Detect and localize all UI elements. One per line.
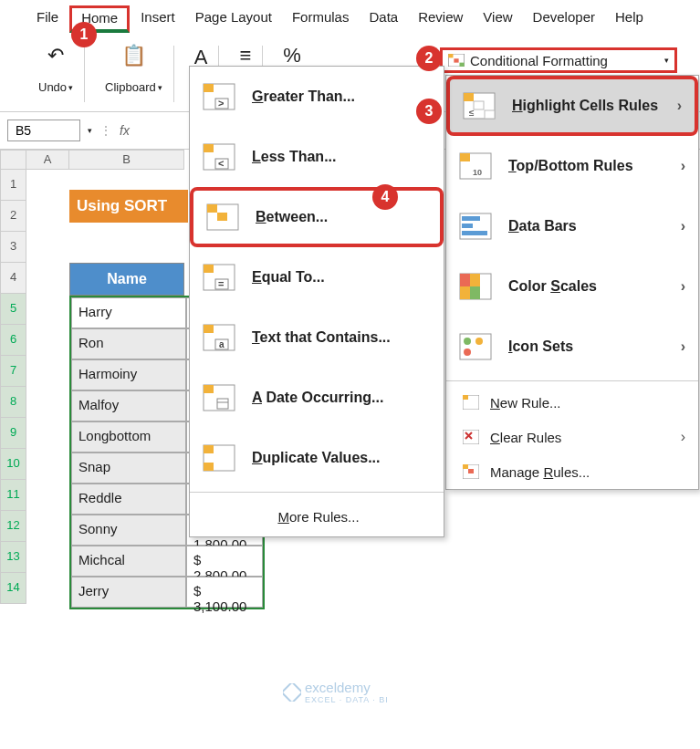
menu-highlight-cells-rules[interactable]: ≤ HHighlight Cells Rulesighlight Cells R…	[446, 76, 698, 136]
cf-button-label: Conditional Formatting	[470, 53, 608, 68]
menu-color-scales[interactable]: Color Scales ›	[446, 256, 698, 317]
menu-new-rule[interactable]: New Rule...	[446, 385, 698, 420]
chevron-down-icon[interactable]: ▾	[88, 126, 92, 135]
menu-data-bars[interactable]: Data Bars ›	[446, 196, 698, 256]
tab-view[interactable]: View	[474, 5, 521, 33]
sheet-title-cell[interactable]: Using SORT	[69, 190, 188, 223]
manage-rules-icon	[463, 464, 479, 479]
cell-value[interactable]: $ 2,800.00	[186, 546, 263, 577]
conditional-formatting-button[interactable]: Conditional Formatting ▾	[440, 47, 677, 73]
svg-rect-20	[470, 286, 480, 299]
cell-name[interactable]: Harry	[71, 297, 186, 328]
svg-rect-10	[460, 153, 470, 161]
cell-name[interactable]: Michcal	[71, 546, 186, 577]
tab-formulas[interactable]: Formulas	[283, 5, 359, 33]
menu-icon-sets[interactable]: Icon Sets ›	[446, 317, 698, 377]
menu-top-bottom-rules[interactable]: 10 Top/Bottom Rules ›	[446, 136, 698, 196]
col-header-a[interactable]: A	[26, 150, 69, 170]
fx-separator: ⋮	[99, 123, 112, 138]
menu-less-than[interactable]: < Less Than...	[190, 127, 444, 187]
row-header[interactable]: 3	[0, 232, 26, 263]
menu-text-contains[interactable]: a Text that Contains...	[190, 307, 444, 368]
cell-name[interactable]: Snap	[71, 453, 186, 484]
svg-point-22	[464, 338, 471, 345]
row-header[interactable]: 4	[0, 263, 26, 294]
row-header[interactable]: 7	[0, 356, 26, 387]
menu-equal-to[interactable]: = Equal To...	[190, 247, 444, 307]
tab-review[interactable]: Review	[409, 5, 472, 33]
svg-text:≤: ≤	[469, 108, 475, 118]
header-name-cell[interactable]: Name	[69, 263, 184, 296]
cell-name[interactable]: Malfoy	[71, 390, 186, 421]
data-bars-icon	[459, 213, 492, 240]
menu-date-occurring[interactable]: A Date Occurring...	[190, 368, 444, 428]
tab-developer[interactable]: Developer	[524, 5, 604, 33]
cell-name[interactable]: Reddle	[71, 484, 186, 515]
svg-rect-14	[462, 224, 473, 228]
svg-rect-1	[448, 54, 453, 57]
watermark-tag: EXCEL · DATA · BI	[305, 695, 389, 704]
cell-value[interactable]: $ 3,100.00	[186, 577, 263, 608]
tab-page-layout[interactable]: Page Layout	[186, 5, 281, 33]
conditional-formatting-icon	[448, 54, 465, 67]
column-headers: A B	[26, 150, 184, 170]
fx-icon[interactable]: fx	[120, 123, 130, 138]
row-header[interactable]: 9	[0, 418, 26, 449]
row-header[interactable]: 10	[0, 449, 26, 480]
menu-label: Icon Sets	[508, 338, 573, 355]
svg-rect-41	[217, 213, 227, 221]
svg-rect-52	[217, 399, 228, 409]
menu-more-rules[interactable]: More Rules...	[190, 496, 444, 536]
menu-between[interactable]: Between...	[190, 187, 444, 247]
select-all-corner[interactable]	[0, 150, 26, 170]
tab-insert[interactable]: Insert	[131, 5, 184, 33]
cell-name[interactable]: Longbottom	[71, 421, 186, 453]
row-header[interactable]: 1	[0, 170, 26, 201]
cell-name[interactable]: Harmoiny	[71, 359, 186, 390]
step-badge-3: 3	[416, 99, 442, 124]
menu-duplicate-values[interactable]: Duplicate Values...	[190, 428, 444, 488]
col-header-b[interactable]: B	[69, 150, 184, 170]
cell-name[interactable]: Ron	[71, 328, 186, 359]
date-occurring-icon	[203, 384, 235, 411]
svg-rect-26	[463, 395, 468, 400]
tab-help[interactable]: Help	[606, 5, 653, 33]
highlight-cells-submenu: > Greater Than... < Less Than... Between…	[189, 66, 444, 537]
svg-text:>: >	[218, 98, 224, 109]
row-header[interactable]: 12	[0, 511, 26, 542]
svg-rect-36	[204, 144, 214, 152]
row-header[interactable]: 13	[0, 542, 26, 573]
menubar: File Home Insert Page Layout Formulas Da…	[0, 0, 700, 33]
cell-name[interactable]: Sonny	[71, 515, 186, 546]
ribbon-clipboard-group[interactable]: 📋 Clipboard▾	[94, 46, 174, 102]
svg-point-23	[475, 338, 483, 345]
row-header[interactable]: 2	[0, 201, 26, 232]
row-header[interactable]: 11	[0, 480, 26, 511]
tab-file[interactable]: File	[27, 5, 68, 33]
menu-label: More Rules...	[277, 509, 359, 525]
menu-manage-rules[interactable]: Manage Rules...	[446, 454, 698, 489]
menu-clear-rules[interactable]: Clear Rules ›	[446, 420, 698, 454]
watermark-brand: exceldemy	[305, 680, 371, 695]
menu-label: New Rule...	[490, 395, 561, 411]
menu-greater-than[interactable]: > Greater Than...	[190, 67, 444, 127]
row-header[interactable]: 5	[0, 294, 26, 325]
cell-name[interactable]: Jerry	[71, 577, 186, 608]
svg-rect-18	[470, 274, 480, 286]
ribbon-undo-group[interactable]: ↶ Undo▾	[27, 46, 85, 102]
svg-rect-5	[464, 93, 474, 101]
svg-rect-43	[204, 265, 214, 273]
tab-data[interactable]: Data	[360, 5, 407, 33]
chevron-right-icon: ›	[681, 218, 685, 234]
row-header[interactable]: 6	[0, 325, 26, 356]
step-badge-2: 2	[416, 46, 442, 71]
color-scales-icon	[459, 273, 492, 300]
name-box[interactable]	[7, 120, 80, 141]
chevron-down-icon: ▾	[158, 83, 162, 92]
undo-icon: ↶	[47, 46, 64, 71]
new-rule-icon	[463, 395, 479, 410]
svg-text:=: =	[218, 278, 224, 289]
row-header[interactable]: 8	[0, 387, 26, 418]
row-header[interactable]: 14	[0, 573, 26, 604]
svg-point-24	[464, 348, 471, 356]
